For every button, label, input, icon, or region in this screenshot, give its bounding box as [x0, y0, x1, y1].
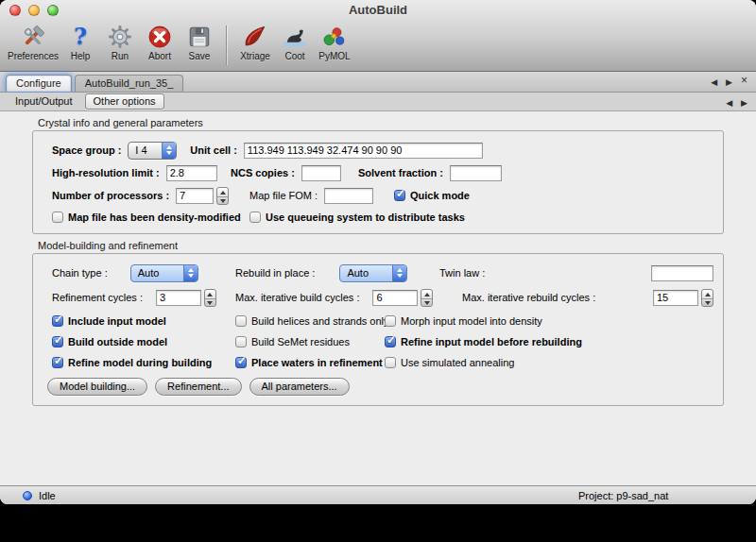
model-row-1: Chain type : Auto Rebuild in place : Aut…: [52, 262, 713, 284]
tab-prev-icon[interactable]: ◀: [711, 76, 717, 88]
popup-arrows-icon: [392, 265, 406, 281]
tab-label: Other options: [94, 95, 156, 107]
tab-configure[interactable]: Configure: [6, 75, 72, 92]
processors-input[interactable]: [176, 188, 214, 204]
checkbox-box[interactable]: [394, 190, 405, 201]
refine-before-rebuilding-checkbox[interactable]: Refine input model before rebuilding: [385, 336, 582, 347]
stepper-up-icon[interactable]: [217, 188, 228, 197]
subtab-nav-controls: ◀ ▶: [726, 97, 747, 109]
all-parameters-button[interactable]: All parameters...: [249, 378, 350, 396]
tab-other-options[interactable]: Other options: [85, 93, 164, 110]
toolbar-run-button[interactable]: Run: [100, 23, 140, 61]
queueing-checkbox[interactable]: Use queueing system to distribute tasks: [249, 212, 465, 223]
high-resolution-input[interactable]: [166, 165, 217, 181]
checkbox-box[interactable]: [235, 357, 247, 368]
stepper-up-icon[interactable]: [702, 290, 713, 299]
toolbar-help-button[interactable]: ? Help: [60, 23, 100, 61]
chain-type-value: Auto: [131, 265, 183, 281]
stepper-up-icon[interactable]: [421, 290, 432, 299]
include-input-model-checkbox[interactable]: Include input model: [52, 315, 166, 327]
morph-input-model-checkbox[interactable]: Morph input model into density: [385, 315, 542, 327]
project-label: Project: p9-sad_nat: [578, 490, 668, 501]
screen: AutoBuild Preferences ? Help: [0, 0, 756, 542]
model-group-title: Model-building and refinement: [38, 240, 178, 251]
checkbox-box[interactable]: [52, 212, 63, 223]
crystal-row-3: Number of processors : Map file FOM : Qu…: [52, 184, 713, 207]
status-bar: Idle Project: p9-sad_nat: [0, 485, 756, 504]
processors-stepper[interactable]: [216, 187, 229, 205]
tab-input-output[interactable]: Input/Output: [8, 94, 80, 109]
simulated-annealing-checkbox[interactable]: Use simulated annealing: [385, 357, 514, 368]
checkbox-box[interactable]: [235, 315, 247, 327]
checkbox-box[interactable]: [52, 336, 63, 347]
chain-type-select[interactable]: Auto: [130, 264, 198, 282]
build-cycles-stepper[interactable]: [421, 289, 433, 307]
place-waters-checkbox[interactable]: Place waters in refinement: [235, 357, 383, 368]
document-tab-bar: Configure AutoBuild_run_35_ ◀ ▶ ×: [0, 72, 756, 93]
coot-bird-icon: [283, 23, 307, 51]
rebuild-cycles-stepper[interactable]: [701, 289, 713, 307]
ncs-copies-input[interactable]: [301, 165, 341, 181]
space-group-label: Space group :: [52, 144, 121, 156]
map-fom-label: Map file FOM :: [249, 190, 318, 201]
checkbox-box[interactable]: [235, 336, 247, 347]
main-content: Crystal info and general parameters Spac…: [0, 111, 756, 485]
refinement-cycles-stepper[interactable]: [204, 289, 216, 307]
build-cycles-input[interactable]: [372, 290, 418, 306]
refine-during-building-checkbox[interactable]: Refine model during building: [52, 357, 212, 368]
toolbar-pymol-button[interactable]: PyMOL: [315, 23, 354, 61]
tab-close-icon[interactable]: ×: [741, 75, 747, 88]
density-modified-checkbox[interactable]: Map file has been density-modified: [52, 212, 241, 223]
toolbar-coot-button[interactable]: Coot: [275, 23, 315, 61]
titlebar[interactable]: AutoBuild: [0, 0, 756, 21]
subtab-prev-icon[interactable]: ◀: [726, 97, 732, 109]
stepper-down-icon[interactable]: [205, 299, 215, 307]
crystal-row-4: Map file has been density-modified Use q…: [52, 207, 713, 228]
checkbox-label: Morph input model into density: [401, 315, 542, 327]
checkbox-label: Build outside model: [68, 336, 167, 347]
toolbar-xtriage-button[interactable]: Xtriage: [235, 23, 275, 61]
stepper-down-icon[interactable]: [217, 197, 228, 205]
preferences-icon: [21, 23, 45, 51]
quick-mode-checkbox[interactable]: Quick mode: [394, 190, 470, 201]
checkbox-box[interactable]: [385, 336, 396, 347]
stepper-down-icon[interactable]: [702, 299, 713, 307]
refinement-cycles-input[interactable]: [156, 290, 201, 306]
tab-autobuild-run-35[interactable]: AutoBuild_run_35_: [75, 75, 184, 92]
subtab-next-icon[interactable]: ▶: [741, 97, 747, 109]
space-group-value: I 4: [129, 143, 162, 159]
tab-next-icon[interactable]: ▶: [726, 76, 732, 88]
rebuild-cycles-input[interactable]: [653, 290, 698, 306]
tab-label: Input/Output: [15, 95, 73, 107]
chain-type-label: Chain type :: [52, 267, 108, 279]
build-helices-checkbox[interactable]: Build helices and strands only: [235, 315, 389, 327]
toolbar-abort-button[interactable]: Abort: [140, 23, 180, 61]
pymol-icon: [322, 23, 347, 51]
checkbox-box[interactable]: [52, 357, 63, 368]
checkbox-box[interactable]: [52, 315, 63, 327]
window-chrome: AutoBuild Preferences ? Help: [0, 0, 756, 72]
stepper-down-icon[interactable]: [421, 299, 432, 307]
model-building-button[interactable]: Model building...: [47, 378, 147, 396]
stepper-up-icon[interactable]: [205, 290, 215, 299]
unit-cell-input[interactable]: [244, 143, 483, 159]
rebuild-cycles-label: Max. iterative rebuild cycles :: [462, 292, 595, 303]
space-group-select[interactable]: I 4: [128, 142, 177, 160]
solvent-fraction-input[interactable]: [450, 165, 502, 181]
high-resolution-label: High-resolution limit :: [52, 167, 160, 178]
refinement-button[interactable]: Refinement...: [155, 378, 241, 396]
toolbar-save-button[interactable]: Save: [180, 23, 219, 61]
build-semet-checkbox[interactable]: Build SeMet residues: [235, 336, 350, 347]
build-outside-model-checkbox[interactable]: Build outside model: [52, 336, 167, 347]
rebuild-in-place-label: Rebuild in place :: [235, 267, 315, 279]
toolbar-preferences-button[interactable]: Preferences: [6, 23, 60, 61]
checkbox-box[interactable]: [385, 315, 396, 327]
map-fom-input[interactable]: [324, 188, 373, 204]
checkbox-box[interactable]: [249, 212, 261, 223]
twin-law-input[interactable]: [651, 265, 713, 281]
ncs-copies-label: NCS copies :: [231, 167, 295, 178]
checkbox-label: Use queueing system to distribute tasks: [266, 212, 465, 223]
status-indicator-icon: [23, 491, 32, 500]
rebuild-in-place-select[interactable]: Auto: [339, 264, 407, 282]
checkbox-box[interactable]: [385, 357, 396, 368]
